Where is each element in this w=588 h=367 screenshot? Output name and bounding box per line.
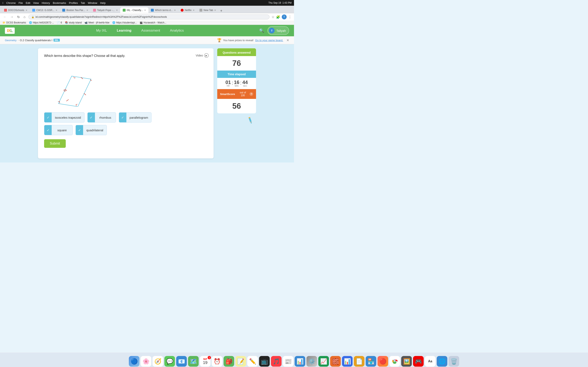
app-menu-profiles[interactable]: Profiles: [69, 1, 78, 4]
tab-favicon: [32, 9, 35, 12]
shape-svg: [44, 62, 97, 107]
search-button[interactable]: 🔍: [259, 28, 264, 33]
app-menu-view[interactable]: View: [33, 1, 39, 4]
bookmark-6[interactable]: 📄 6: [57, 21, 62, 24]
mac-menubar:  Chrome File Edit View History Bookmark…: [0, 0, 294, 6]
tab-cw13[interactable]: CW13: G.GSR... ✕: [30, 7, 60, 13]
choice-checkmark: ✓: [87, 113, 95, 122]
forward-button[interactable]: →: [9, 15, 14, 19]
browser-actions: ☆ 🧩 T ⋮: [272, 15, 292, 19]
user-menu-button[interactable]: T Taliyah: [268, 26, 289, 35]
question-text: Which terms describe this shape? Choose …: [44, 54, 208, 58]
bookmark-dcss[interactable]: 📁 DCSS Bookmarks: [2, 21, 26, 24]
user-avatar: T: [269, 28, 275, 33]
nav-assessment[interactable]: Assessment: [136, 25, 165, 36]
mac-menus[interactable]:  Chrome File Edit View History Bookmark…: [2, 1, 105, 4]
nav-links: My IXL Learning Assessment Analytics: [21, 25, 259, 36]
app-menu-chrome[interactable]: Chrome: [6, 1, 16, 4]
choice-square[interactable]: ✓ square: [44, 125, 73, 135]
choice-parallelogram[interactable]: ✓ parallelogram: [119, 112, 152, 123]
pencil-container: [217, 117, 256, 125]
url-bar-row: ← → ↻ ⌂ 🔒 ixl.com/math/geometry/classify…: [0, 13, 294, 21]
tab-favicon: [4, 9, 7, 12]
prize-link[interactable]: Go to your game board.: [255, 39, 283, 42]
tab-boston[interactable]: Boston Tea Par... ✕: [60, 7, 90, 13]
tab-ixl-classify[interactable]: IXL - Classify... ✕: [120, 7, 148, 13]
questions-answered-label: Questions answered: [217, 48, 256, 56]
bookmark-icon: 🌐: [29, 21, 32, 24]
prize-close-button[interactable]: ✕: [286, 38, 289, 42]
reload-button[interactable]: ↻: [16, 15, 21, 19]
tab-netflix[interactable]: Netflix ✕: [178, 7, 197, 13]
menu-icon[interactable]: ⋮: [288, 15, 292, 19]
app-menu-bookmarks[interactable]: Bookmarks: [53, 1, 66, 4]
bookmark-meet[interactable]: 📹 Meet - jif-bwhb-hbe: [85, 21, 109, 24]
tab-close[interactable]: ✕: [56, 9, 57, 12]
video-link[interactable]: Video ▶: [196, 53, 209, 58]
submit-button[interactable]: Submit: [44, 139, 66, 148]
bookmark-studentapi[interactable]: 🌐 https://studentapi...: [112, 21, 137, 24]
choice-label: parallelogram: [126, 114, 151, 121]
tab-favicon: [62, 9, 65, 12]
choice-quadrilateral[interactable]: ✓ quadrilateral: [76, 125, 107, 135]
nav-right: 🔍 T Taliyah: [259, 26, 289, 35]
smartscore-help-button[interactable]: ?: [250, 92, 253, 96]
nav-analytics[interactable]: Analytics: [165, 25, 189, 36]
back-button[interactable]: ←: [2, 15, 7, 19]
bookmark-hurawatch[interactable]: 🎬 Hurawatch - Watch...: [140, 21, 166, 24]
bookmark-icon: 🎬: [140, 21, 143, 24]
bookmark-study-island[interactable]: 📚 study island: [65, 21, 82, 24]
nav-my-ixl[interactable]: My IXL: [91, 25, 112, 36]
tab-which-terms[interactable]: Which terms d... ✕: [148, 7, 178, 13]
extensions-icon[interactable]: 🧩: [276, 15, 280, 19]
trophy-icon: 🏆: [217, 38, 222, 42]
tab-newtab[interactable]: New Tab ✕: [197, 7, 218, 13]
bookmark-star-icon[interactable]: ☆: [272, 15, 274, 19]
tab-docoschoools[interactable]: DOCOSchools ✕: [2, 7, 30, 13]
choices-row-1: ✓ isosceles trapezoid ✓ rhombus ✓ parall…: [44, 112, 208, 123]
tab-close[interactable]: ✕: [174, 9, 176, 12]
nav-learning[interactable]: Learning: [112, 25, 136, 36]
address-bar[interactable]: 🔒 ixl.com/math/geometry/classify-quadril…: [28, 15, 269, 19]
mac-datetime: Thu Sep 19 1:43 PM: [268, 1, 292, 4]
choice-label: rhombus: [95, 114, 116, 121]
ixl-nav: IXL My IXL Learning Assessment Analytics…: [0, 25, 294, 36]
apple-menu[interactable]: : [2, 1, 3, 4]
tab-close[interactable]: ✕: [193, 9, 195, 12]
tab-close[interactable]: ✕: [26, 9, 27, 12]
profile-icon[interactable]: T: [282, 15, 287, 19]
prize-banner: 🏆 You have prizes to reveal! Go to your …: [217, 38, 289, 42]
tab-taliyah[interactable]: Taliyah Pope -... ✕: [91, 7, 120, 13]
tab-favicon: [181, 9, 183, 12]
home-button[interactable]: ⌂: [23, 15, 26, 19]
app-menu-window[interactable]: Window: [88, 1, 97, 4]
new-tab-button[interactable]: +: [218, 9, 224, 13]
tab-close[interactable]: ✕: [144, 9, 146, 12]
tab-close[interactable]: ✕: [116, 9, 118, 12]
tab-favicon: [151, 9, 154, 12]
tab-close[interactable]: ✕: [214, 9, 216, 12]
app-menu-history[interactable]: History: [42, 1, 50, 4]
breadcrumb-subject[interactable]: Geometry: [5, 39, 17, 42]
tab-close[interactable]: ✕: [86, 9, 88, 12]
main-content: Video ▶ Which terms describe this shape?…: [0, 44, 294, 162]
ixl-logo[interactable]: IXL: [5, 27, 15, 34]
questions-answered-count: 76: [217, 56, 256, 71]
app-menu-help[interactable]: Help: [100, 1, 105, 4]
bookmark-icon: 🌐: [112, 21, 115, 24]
choice-isosceles-trapezoid[interactable]: ✓ isosceles trapezoid: [44, 112, 85, 123]
app-menu-file[interactable]: File: [18, 1, 23, 4]
mac-status: Thu Sep 19 1:43 PM: [268, 1, 292, 4]
choice-rhombus[interactable]: ✓ rhombus: [87, 112, 116, 123]
bookmark-icon: 📁: [2, 21, 6, 24]
choice-checkmark: ✓: [119, 113, 126, 122]
choice-checkmark: ✓: [44, 125, 52, 135]
user-name: Taliyah: [276, 29, 286, 33]
breadcrumb-row: Geometry › O.2 Classify quadrilaterals I…: [0, 36, 294, 44]
time-seconds: 44 SEC: [242, 80, 248, 87]
app-menu-edit[interactable]: Edit: [26, 1, 30, 4]
bookmark-icon: 📚: [65, 21, 68, 24]
app-menu-tab[interactable]: Tab: [81, 1, 85, 4]
tab-favicon: [93, 9, 96, 12]
bookmark-e8162672[interactable]: 🌐 https://e8162672-...: [29, 21, 54, 24]
